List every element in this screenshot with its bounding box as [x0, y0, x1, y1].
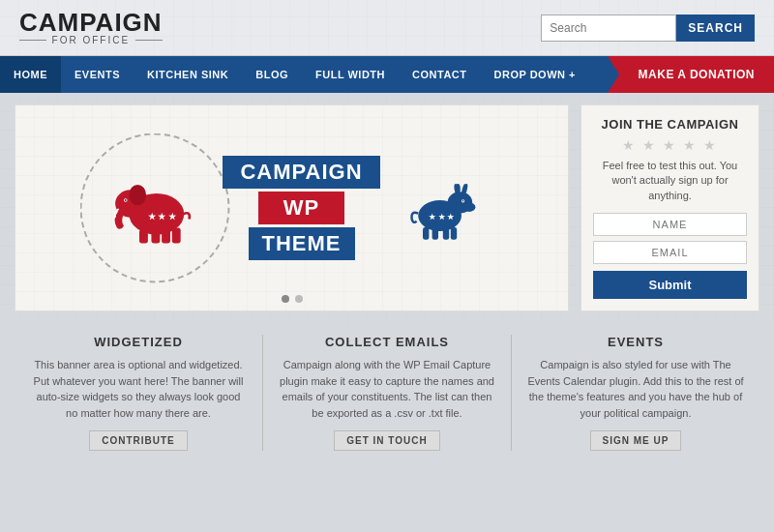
bottom-title-widgetized: WIDGETIZED: [29, 335, 248, 349]
bottom-col-emails: COLLECT EMAILS Campaign along with the W…: [263, 335, 512, 451]
slide-dot-2[interactable]: [295, 295, 303, 303]
elephant-area: ★ ★ ★: [97, 155, 213, 261]
bottom-col-widgetized: WIDGETIZED This banner area is optional …: [15, 335, 263, 451]
donate-button[interactable]: MAKE A DONATION: [619, 56, 774, 93]
nav-item-kitchen-sink[interactable]: KITCHEN SINK: [134, 56, 242, 93]
bottom-col-events: EVENTS Campaign is also styled for use w…: [512, 335, 759, 451]
search-input[interactable]: [541, 15, 676, 42]
campaign-label: CAMPAIGN: [223, 156, 379, 189]
contribute-button[interactable]: CONTRIBUTE: [89, 430, 188, 451]
nav-items: HOME EVENTS KITCHEN SINK BLOG FULL WIDTH…: [0, 56, 619, 93]
main-content: ★ ★ ★ CAMPAIGN WP THEME: [0, 93, 774, 323]
bottom-title-events: EVENTS: [526, 335, 745, 349]
logo-line-right: [135, 40, 163, 41]
sidebar: JOIN THE CAMPAIGN ★ ★ ★ ★ ★ Feel free to…: [580, 104, 759, 311]
submit-button[interactable]: Submit: [593, 271, 747, 299]
join-box: JOIN THE CAMPAIGN ★ ★ ★ ★ ★ Feel free to…: [580, 104, 759, 311]
sign-me-up-button[interactable]: SIGN ME UP: [590, 430, 682, 451]
navbar: HOME EVENTS KITCHEN SINK BLOG FULL WIDTH…: [0, 56, 774, 93]
svg-point-12: [462, 202, 475, 212]
wp-label: WP: [258, 192, 344, 224]
get-in-touch-button[interactable]: GET IN TOUCH: [334, 430, 439, 451]
theme-label: THEME: [249, 227, 355, 260]
logo-line-left: [19, 40, 46, 41]
email-field[interactable]: [593, 241, 747, 264]
search-button[interactable]: SEARCH: [676, 15, 755, 42]
name-field[interactable]: [593, 213, 747, 236]
svg-rect-14: [432, 227, 437, 240]
slide: ★ ★ ★ CAMPAIGN WP THEME: [87, 145, 495, 271]
logo: CAMPAIGN For Office: [19, 10, 163, 45]
stars: ★ ★ ★ ★ ★: [593, 137, 747, 153]
dashed-circle: [80, 133, 230, 283]
svg-point-19: [461, 200, 463, 202]
donkey-area: ★ ★ ★: [390, 160, 487, 256]
logo-subtitle: For Office: [52, 35, 131, 45]
slider: ★ ★ ★ CAMPAIGN WP THEME: [15, 104, 569, 311]
nav-item-home[interactable]: HOME: [0, 56, 61, 93]
nav-item-full-width[interactable]: FULL WIDTH: [302, 56, 399, 93]
campaign-text-box: CAMPAIGN WP THEME: [223, 156, 379, 260]
nav-item-events[interactable]: EVENTS: [61, 56, 134, 93]
svg-text:★ ★ ★: ★ ★ ★: [429, 213, 454, 222]
svg-rect-13: [423, 227, 429, 240]
bottom-text-events: Campaign is also styled for use with The…: [526, 357, 745, 421]
header: CAMPAIGN For Office SEARCH: [0, 0, 774, 56]
bottom-text-emails: Campaign along with the WP Email Capture…: [278, 357, 496, 421]
bottom-section: WIDGETIZED This banner area is optional …: [0, 323, 774, 460]
join-description: Feel free to test this out. You won't ac…: [593, 159, 747, 203]
donkey-icon: ★ ★ ★: [400, 169, 477, 247]
slide-dots: [282, 295, 303, 303]
svg-rect-16: [450, 227, 456, 240]
bottom-text-widgetized: This banner area is optional and widgeti…: [29, 357, 248, 421]
logo-main: CAMPAIGN: [19, 10, 163, 35]
search-area: SEARCH: [541, 15, 755, 42]
join-title: JOIN THE CAMPAIGN: [593, 117, 747, 132]
nav-item-dropdown[interactable]: DROP DOWN +: [481, 56, 589, 93]
logo-divider: For Office: [19, 35, 163, 45]
svg-rect-15: [442, 227, 448, 240]
slide-dot-1[interactable]: [282, 295, 289, 303]
nav-item-blog[interactable]: BLOG: [242, 56, 302, 93]
bottom-title-emails: COLLECT EMAILS: [278, 335, 496, 349]
nav-item-contact[interactable]: CONTACT: [399, 56, 480, 93]
